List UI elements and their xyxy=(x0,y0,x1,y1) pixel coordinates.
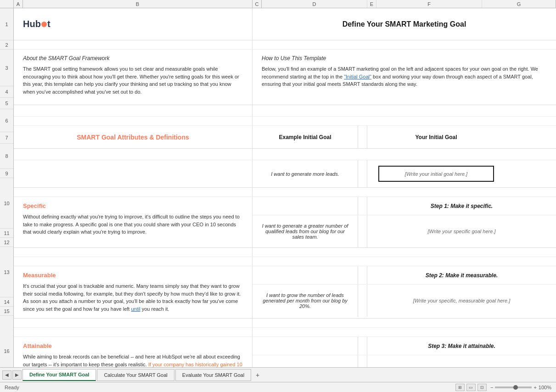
zoom-thumb[interactable] xyxy=(513,385,518,390)
step-2-yours-text[interactable]: [Write your specific, measurable goal he… xyxy=(413,298,511,303)
row-10: 10 xyxy=(0,178,13,229)
smart-attributes-heading: SMART Goal Attributes & Definitions xyxy=(77,134,189,141)
spacer-row-14 xyxy=(14,319,556,328)
row-15: 15 xyxy=(0,307,13,316)
ready-status: Ready xyxy=(5,385,19,390)
hubspot-logo: Hubt xyxy=(23,19,51,29)
about-heading: About the SMART Goal Framework xyxy=(23,55,243,62)
tab-define[interactable]: Define Your SMART Goal xyxy=(22,369,96,381)
row-13: 13 xyxy=(0,247,13,297)
step-2-div-cell xyxy=(358,285,367,317)
corner-cell xyxy=(0,0,14,8)
measurable-section: Measurable It's crucial that your goal i… xyxy=(14,266,253,318)
row-9: 9 xyxy=(0,169,13,178)
initial-goal-input[interactable]: [Write your initial goal here.] xyxy=(378,166,494,182)
col-header-b[interactable]: B xyxy=(23,0,253,8)
initial-yours-cell[interactable]: [Write your initial goal here.] xyxy=(367,160,505,187)
tab-nav-right[interactable]: ▶ xyxy=(12,370,22,380)
step-2-yours-cell[interactable]: [Write your specific, measurable goal he… xyxy=(367,285,556,317)
step-3-title-yours: Step 3: Make it attainable. xyxy=(367,337,556,355)
spacer-row-15 xyxy=(14,328,556,337)
row-4: 4 xyxy=(0,86,13,98)
step-2-example-text: I want to grow the number of leads gener… xyxy=(259,292,351,309)
about-text: The SMART goal setting framework allows … xyxy=(23,65,243,95)
step-3-title: Step 3: Make it attainable. xyxy=(428,343,495,349)
col-g-space xyxy=(505,126,556,148)
initial-goal-row: I want to generate more leads. [Write yo… xyxy=(14,160,556,188)
step-1-example-text: I want to generate a greater number of q… xyxy=(259,223,351,240)
step-2-title-yours: Step 2: Make it measurable. xyxy=(367,266,556,284)
step-1-inner: Step 1: Make it specific. I want to gene… xyxy=(253,197,556,247)
row-5: 5 xyxy=(0,98,13,109)
step-1-right: Step 1: Make it specific. I want to gene… xyxy=(253,197,556,247)
initial-col-g xyxy=(505,160,556,187)
row-14: 14 xyxy=(0,297,13,307)
step-1-yours-cell[interactable]: [Write your specific goal here.] xyxy=(367,215,556,247)
spacer-12-left xyxy=(14,257,253,266)
col-header-d[interactable]: D xyxy=(262,0,367,8)
zoom-plus[interactable]: + xyxy=(534,385,536,390)
step-2-content-row: I want to grow the number of leads gener… xyxy=(253,285,556,317)
zoom-minus[interactable]: − xyxy=(490,385,493,390)
spacer-right-4 xyxy=(253,105,556,116)
logo-hub: Hub xyxy=(23,19,41,29)
tab-nav-left[interactable]: ◀ xyxy=(2,370,11,380)
spacer-15-right xyxy=(253,328,556,336)
custom-view-icon[interactable]: ⊡ xyxy=(477,384,487,391)
main-title: Define Your SMART Marketing Goal xyxy=(343,20,466,28)
specific-attr-text: Without defining exactly what you're try… xyxy=(23,213,243,236)
row-8: 8 xyxy=(0,144,13,169)
step-3-title-example-spacer xyxy=(253,337,358,355)
smart-heading-left: SMART Goal Attributes & Definitions xyxy=(14,126,253,148)
how-to-section: How to Use This Template Below, you'll f… xyxy=(253,50,556,105)
col-header-c[interactable]: C xyxy=(253,0,262,8)
step-3-title-row: Step 3: Make it attainable. xyxy=(253,337,556,355)
step-1-yours-text[interactable]: [Write your specific goal here.] xyxy=(428,229,496,234)
step-2-row: Measurable It's crucial that your goal i… xyxy=(14,266,556,319)
step-3-example-cell: Since we generate around 100 leads per m… xyxy=(253,355,358,367)
col-header-a[interactable]: A xyxy=(14,0,23,8)
attainable-section: Attainable While aiming to break records… xyxy=(14,337,253,367)
main-area: 1 2 3 4 5 6 7 8 9 10 11 12 13 14 15 16 1… xyxy=(0,8,556,367)
row-3: 3 xyxy=(0,50,13,86)
col-header-e[interactable]: E xyxy=(367,0,376,8)
tab-calculate[interactable]: Calculate Your SMART Goal xyxy=(97,369,174,381)
initial-goal-label-row xyxy=(14,149,556,160)
zoom-slider[interactable] xyxy=(495,386,532,388)
col-header-f[interactable]: F xyxy=(376,0,482,8)
page-view-icon[interactable]: ▭ xyxy=(466,384,476,391)
row-12: 12 xyxy=(0,238,13,247)
tab-evaluate[interactable]: Evaluate Your SMART Goal xyxy=(175,369,251,381)
row-16: 16 xyxy=(0,316,13,367)
view-icons: ⊞ ▭ ⊡ xyxy=(455,384,487,391)
logo-t: t xyxy=(47,19,51,29)
spacer-9-left xyxy=(14,188,253,196)
spacer-15-left xyxy=(14,328,253,336)
row-11: 11 xyxy=(0,229,13,238)
initial-divider-cell xyxy=(358,160,367,187)
step-2-title: Step 2: Make it measurable. xyxy=(426,272,498,279)
sheet-content[interactable]: Hubt Define Your SMART Marketing Goal Ab… xyxy=(14,8,556,367)
spacer-row-5 xyxy=(14,117,556,126)
step-3-div-cell xyxy=(358,355,367,367)
column-headers: A B C D E F G xyxy=(0,0,556,8)
row-2: 2 xyxy=(0,40,13,50)
grid-view-icon[interactable]: ⊞ xyxy=(455,384,465,391)
specific-section: Specific Without defining exactly what y… xyxy=(14,197,253,247)
spacer-row-12 xyxy=(14,257,556,266)
label-left xyxy=(14,149,253,160)
spreadsheet-app: A B C D E F G 1 2 3 4 5 6 7 8 9 10 11 12… xyxy=(0,0,556,392)
step-1-title-example-spacer xyxy=(253,197,358,215)
step-3-right: Step 3: Make it attainable. Since we gen… xyxy=(253,337,556,367)
col-header-g[interactable]: G xyxy=(482,0,556,8)
step-3-yours-cell[interactable]: [Write your specific, measurable, attain… xyxy=(367,355,556,367)
spacer-row-4 xyxy=(14,105,556,117)
specific-attr-name: Specific xyxy=(23,202,243,209)
row-6: 6 xyxy=(0,109,13,132)
row-7: 7 xyxy=(0,132,13,144)
spacer-14-left xyxy=(14,319,253,327)
empty-row-2 xyxy=(14,40,556,50)
spacer-9-right xyxy=(253,188,556,196)
logo-section: Hubt xyxy=(14,8,253,40)
tab-add-button[interactable]: + xyxy=(252,370,263,381)
